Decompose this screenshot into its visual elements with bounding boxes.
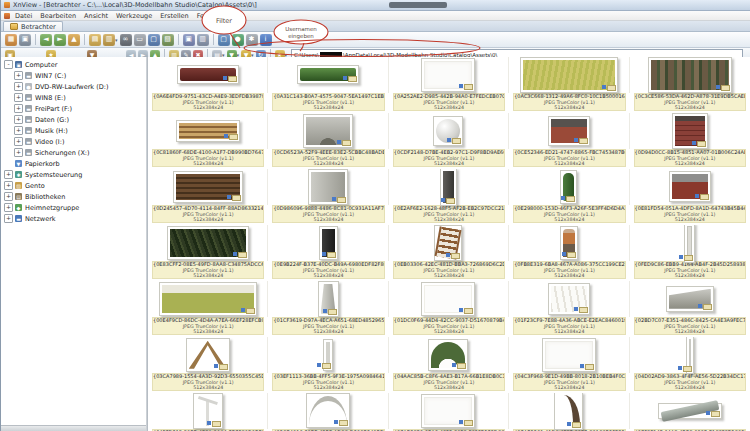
catalog-item[interactable]: {0D94D0CC-8B15-4851-AA07-01B006C24ABD}JP… <box>630 113 750 169</box>
tree-item-win7-c[interactable]: +▬WIN7 (C:) <box>1 70 146 81</box>
format-badge-icon <box>207 421 211 425</box>
menu-fenster[interactable]: Fenster <box>197 12 221 20</box>
info-icon[interactable]: i <box>260 34 272 46</box>
catalog-item[interactable]: {0FB8E319-6BA8-467A-A086-375CC199CE25}JP… <box>509 225 629 281</box>
catalog-item[interactable]: {0A252AE2-D985-442B-94A0-E7FEDCEB07C3}JP… <box>389 57 509 113</box>
expand-icon[interactable]: + <box>4 192 13 201</box>
catalog-item[interactable]: {0AC3C668-1312-49A6-8FC0-10C1B5000164}JP… <box>509 57 629 113</box>
parent-folder-icon[interactable]: ▲ <box>68 34 80 46</box>
catalog-item[interactable]: {0E81FD54-051A-4DFD-8A1D-64743B45B442}JP… <box>630 169 750 225</box>
catalog-item[interactable]: {04D02AD9-3863-4F4F-AE56-5D22B34DC17D}JP… <box>630 337 750 393</box>
compare-icon[interactable]: ▥ <box>197 34 209 46</box>
catalog-item[interactable]: {0FED9C86-EBB9-4164-AB4F-2B45D2589387}JP… <box>630 225 750 281</box>
catalog-item[interactable]: {02BD7C07-E351-486C-8425-CA4E3A9FEC7F}JP… <box>630 281 750 337</box>
expand-icon[interactable]: + <box>14 148 23 157</box>
tree-item-bibliotheken[interactable]: +▤Bibliotheken <box>1 191 146 202</box>
expand-icon[interactable]: + <box>14 93 23 102</box>
fullscreen-icon[interactable]: ▣ <box>19 34 31 46</box>
catalog-item[interactable]: {0A6E4FD9-9751-43CD-A4E9-3EDFDB39879A}JP… <box>148 57 268 113</box>
tree-item-win8-e[interactable]: +▬WIN8 (E:) <box>1 92 146 103</box>
catalog-item[interactable]: {0CE52346-ED21-4747-8865-FBC7453487BC}JP… <box>509 113 629 169</box>
expand-icon[interactable]: + <box>14 126 23 135</box>
menu-ansicht[interactable]: Ansicht <box>84 12 108 20</box>
tree-item-systemsteuerung[interactable]: +✱Systemsteuerung <box>1 169 146 180</box>
catalog-item[interactable]: {01DC0F69-44D4-42CC-9037-D51670879B40}JP… <box>389 281 509 337</box>
menu-bearbeiten[interactable]: Bearbeiten <box>40 12 76 20</box>
tree-item-dvd-rw-laufwerk-d[interactable]: +●DVD-RW-Laufwerk (D:) <box>1 81 146 92</box>
tree-item-sicherungen-x[interactable]: +▬Sicherungen (X:) <box>1 147 146 158</box>
catalog-item[interactable]: {04F7D213-39BB-4E3A-9AA4-7B7FC9D9BB86}JP… <box>148 393 268 431</box>
menu-erstellen[interactable]: Erstellen <box>160 12 188 20</box>
collapse-icon[interactable]: - <box>4 60 13 69</box>
expand-icon[interactable]: + <box>4 170 13 179</box>
catalog-item[interactable]: {07F8E14F-94A8-4B7C-9367-71C3F3B5C058}JP… <box>630 393 750 431</box>
catalog-item[interactable]: {03EF1113-36BB-4FF5-9F3E-1975A0984641}JP… <box>268 337 388 393</box>
back-icon[interactable]: ◄ <box>40 34 52 46</box>
tree-scrollbar[interactable] <box>1 425 146 431</box>
forward-icon[interactable]: ► <box>54 34 66 46</box>
drive-icon: ▬ <box>25 127 32 134</box>
catalog-item[interactable]: {0EB03306-42EC-481D-BBA3-726869D6C2D8}JP… <box>389 225 509 281</box>
catalog-item[interactable]: {07AB5561-41DA-4F37-99E7-C01C9B5FE250}JP… <box>509 393 629 431</box>
expand-icon[interactable]: + <box>14 104 23 113</box>
expand-icon[interactable]: + <box>4 203 13 212</box>
tree-item-musik-h[interactable]: +▬Musik (H:) <box>1 125 146 136</box>
catalog-item[interactable]: {00E4F9CD-86DC-4D4A-A7EA-66EF28EFCB94}JP… <box>148 281 268 337</box>
browser-icon[interactable]: ▦ <box>5 34 17 46</box>
screen-icon[interactable]: ▢ <box>218 34 230 46</box>
catalog-item[interactable]: {0E298000-153D-46F3-A26F-5E3FF4D6D4A3}JP… <box>509 169 629 225</box>
catalog-item[interactable]: {07AB2CF6-6BA6-48F2-89E8-E85FB575DCC3}JP… <box>389 393 509 431</box>
tree-item-daten-g[interactable]: +▬Daten (G:) <box>1 114 146 125</box>
catalog-item[interactable]: {04C3F968-9E1D-49BB-8018-2B10BEB4F0CC}JP… <box>509 337 629 393</box>
catalog-item[interactable]: {05CB4016-20BE-42BE-ADCC-D26CB540BE04}JP… <box>268 393 388 431</box>
exif-badge-icon <box>212 421 221 427</box>
tree-item-label: Computer <box>25 61 57 69</box>
expand-icon[interactable]: + <box>14 115 23 124</box>
slideshow-icon[interactable]: ▢ <box>148 34 160 46</box>
expand-icon[interactable]: + <box>14 71 23 80</box>
dropdown-arrow-icon[interactable]: ▾ <box>115 37 118 43</box>
tree-item-label: Daten (G:) <box>35 116 69 124</box>
catalog-item[interactable]: {01F23CF9-7E88-4A36-ABCE-E2EAC8460019}JP… <box>509 281 629 337</box>
tree-item-papierkorb[interactable]: +▼Papierkorb <box>1 158 146 169</box>
catalog-item[interactable]: {0C81860F-68DE-4100-A1F7-DB990BD76477}JP… <box>148 113 268 169</box>
open-folder-icon[interactable]: ▤ <box>89 34 101 46</box>
tree-item-heimnetzgruppe[interactable]: +◆Heimnetzgruppe <box>1 202 146 213</box>
expand-icon[interactable]: + <box>14 82 23 91</box>
menu-bar: DateiBearbeitenAnsichtWerkzeugeErstellen… <box>1 11 750 21</box>
tree-item-computer[interactable]: -▣Computer <box>1 59 146 70</box>
print-icon[interactable]: ▭ <box>134 34 146 46</box>
catalog-item[interactable]: {0C3CE586-53DA-462D-A878-31E9DB5CAEBC}JP… <box>630 57 750 113</box>
catalog-item[interactable]: {01CF3619-D97A-4ECA-A651-68ED48529658}JP… <box>268 281 388 337</box>
web-icon[interactable]: ● <box>232 34 244 46</box>
catalog-item[interactable]: {0D245457-4D70-4114-84FF-88AD86332149}JP… <box>148 169 268 225</box>
catalog-item[interactable]: {03CA7989-1554-4A3D-92D3-6550355C45D1}JP… <box>148 337 268 393</box>
catalog-item[interactable]: {04AAC85B-C8F6-4AE3-B17A-66B1E8DB0C12}JP… <box>389 337 509 393</box>
capture-icon[interactable]: ▣ <box>183 34 195 46</box>
exif-badge-icon <box>327 252 336 258</box>
copy-to-folder-icon[interactable]: ▥ <box>103 34 115 46</box>
tree-item-gento[interactable]: +▨Gento <box>1 180 146 191</box>
tree-item-video-i[interactable]: +▬Video (I:) <box>1 136 146 147</box>
catalog-item[interactable]: {0E9B224F-B37E-40DC-B49A-6980EDF82F80}JP… <box>268 225 388 281</box>
catalog-item[interactable]: {0CD6523A-52F9-4EEE-83E2-5CBBC48BADB0}JP… <box>268 113 388 169</box>
expand-icon[interactable]: + <box>14 137 23 146</box>
tab-betrachter[interactable]: Betrachter <box>3 21 63 31</box>
image-edit-icon[interactable]: ▧ <box>162 34 174 46</box>
tree-item-freipart-f[interactable]: +▬FreiPart (F:) <box>1 103 146 114</box>
menu-datei[interactable]: Datei <box>15 12 32 20</box>
catalog-item[interactable]: {0CDF2148-D7BE-4EB2-97C1-D9F8BD9AE607}JP… <box>389 113 509 169</box>
recycle-bin-icon: ▼ <box>15 160 22 167</box>
settings-icon[interactable]: ✱ <box>246 34 258 46</box>
catalog-item[interactable]: {0D986096-9888-4486-8C81-0C931A11AF7D}JP… <box>268 169 388 225</box>
menu-info[interactable]: Info <box>229 12 241 20</box>
tree-item-netzwerk[interactable]: +▬Netzwerk <box>1 213 146 224</box>
exif-badge-icon <box>683 366 692 372</box>
expand-icon[interactable]: + <box>4 214 13 223</box>
catalog-item[interactable]: {0E83CFF2-08E5-49FD-8AA8-C34875ADCC65}JP… <box>148 225 268 281</box>
menu-werkzeuge[interactable]: Werkzeuge <box>116 12 152 20</box>
expand-icon[interactable]: + <box>4 181 13 190</box>
catalog-item[interactable]: {0E2AF6E2-1628-48F5-AF2B-EB2C97DCC21B}JP… <box>389 169 509 225</box>
search-icon[interactable]: ∞ <box>120 34 132 46</box>
catalog-item[interactable]: {0A31C143-B0A7-4575-9047-5EA1497C1EB2}JP… <box>268 57 388 113</box>
